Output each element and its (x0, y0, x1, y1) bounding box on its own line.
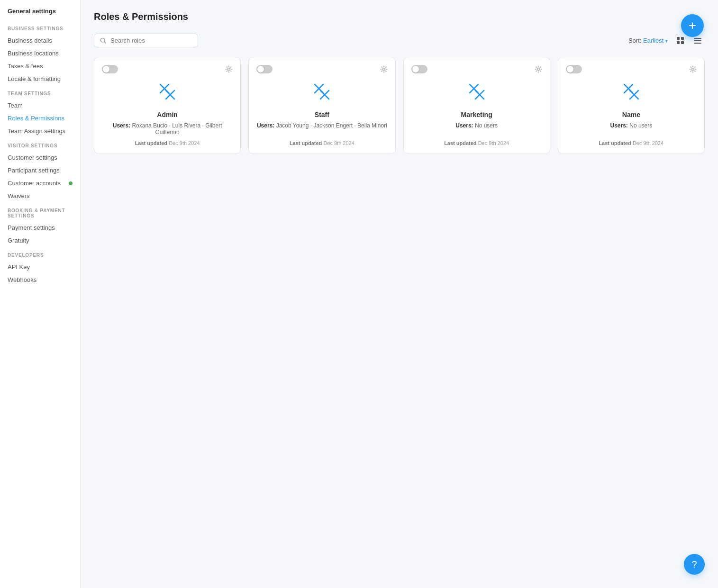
marketing-gear-button[interactable] (535, 65, 542, 73)
staff-name: Staff (315, 111, 329, 118)
svg-line-1 (104, 42, 106, 44)
customer-accounts-label: Customer accounts (8, 180, 61, 187)
section-label-team: Team Settings (0, 85, 80, 99)
sidebar-item-waivers[interactable]: Waivers (0, 190, 80, 202)
add-role-button[interactable]: + (681, 14, 704, 37)
toolbar: Sort: Earliest ▾ (94, 34, 705, 47)
sidebar-item-customer-accounts[interactable]: Customer accounts (0, 177, 80, 190)
staff-toggle[interactable] (256, 65, 273, 73)
sort-label: Sort: Earliest ▾ (628, 37, 668, 44)
admin-icon (155, 81, 179, 106)
sort-value[interactable]: Earliest (643, 37, 663, 44)
card-top-row (256, 65, 387, 73)
card-top-row (102, 65, 233, 73)
section-label-visitor: Visitor Settings (0, 137, 80, 151)
gear-icon (380, 65, 388, 73)
name-role-users: Users: No users (610, 122, 653, 129)
name-role-icon (619, 81, 643, 106)
gear-icon (689, 65, 697, 73)
page-title: Roles & Permissions (94, 11, 705, 22)
svg-rect-4 (677, 41, 680, 44)
sidebar-item-business-locations[interactable]: Business locations (0, 47, 80, 60)
marketing-users: Users: No users (455, 122, 498, 129)
gear-icon (225, 65, 233, 73)
name-toggle[interactable] (566, 65, 582, 73)
search-icon (100, 37, 107, 44)
sidebar-item-taxes-fees[interactable]: Taxes & fees (0, 60, 80, 72)
marketing-toggle[interactable] (411, 65, 427, 73)
name-role-name: Name (622, 111, 640, 118)
marketing-footer: Last updated Dec 9th 2024 (444, 140, 509, 146)
sidebar-item-api-key[interactable]: API Key (0, 261, 80, 273)
svg-point-14 (382, 68, 385, 71)
sidebar-item-customer-settings[interactable]: Customer settings (0, 151, 80, 164)
section-label-booking: Booking & Payment Settings (0, 202, 80, 221)
staff-footer: Last updated Dec 9th 2024 (290, 140, 354, 146)
sidebar-item-team-assign-settings[interactable]: Team Assign settings (0, 125, 80, 137)
sidebar-item-payment-settings[interactable]: Payment settings (0, 221, 80, 234)
question-icon: ? (691, 559, 697, 570)
sidebar-item-business-details[interactable]: Business details (0, 34, 80, 47)
svg-rect-3 (681, 37, 684, 40)
sidebar-title: General settings (0, 8, 80, 20)
toggle-knob (567, 66, 573, 72)
admin-users: Users: Roxana Bucio · Luis Rivera · Gilb… (102, 122, 233, 136)
name-role-footer: Last updated Dec 9th 2024 (599, 140, 663, 146)
gear-icon (535, 65, 542, 73)
admin-toggle[interactable] (102, 65, 118, 73)
svg-point-9 (228, 68, 230, 71)
svg-point-24 (692, 68, 694, 71)
staff-icon (310, 81, 334, 106)
section-label-developers: Developers (0, 247, 80, 261)
role-card-name: Name Users: No users Last updated Dec 9t… (558, 57, 705, 154)
admin-name: Admin (157, 111, 178, 118)
role-card-marketing: Marketing Users: No users Last updated D… (403, 57, 550, 154)
notification-dot (69, 181, 73, 185)
toggle-knob (412, 66, 419, 72)
grid-view-button[interactable] (673, 35, 688, 47)
sidebar-item-participant-settings[interactable]: Participant settings (0, 164, 80, 177)
name-gear-button[interactable] (689, 65, 697, 73)
sidebar-item-gratuity[interactable]: Gratuity (0, 234, 80, 247)
chevron-down-icon: ▾ (665, 38, 668, 44)
svg-rect-2 (677, 37, 680, 40)
plus-icon: + (689, 18, 696, 33)
toggle-knob (103, 66, 109, 72)
staff-gear-button[interactable] (380, 65, 388, 73)
sidebar-item-webhooks[interactable]: Webhooks (0, 273, 80, 286)
marketing-icon (465, 81, 489, 106)
marketing-name: Marketing (461, 111, 492, 118)
staff-users: Users: Jacob Young · Jackson Engert · Be… (257, 122, 387, 129)
admin-gear-button[interactable] (225, 65, 233, 73)
list-icon (693, 36, 702, 45)
svg-point-19 (537, 68, 539, 71)
help-button[interactable]: ? (684, 554, 705, 575)
role-card-staff: Staff Users: Jacob Young · Jackson Enger… (248, 57, 395, 154)
roles-grid: Admin Users: Roxana Bucio · Luis Rivera … (94, 57, 705, 154)
sidebar-item-roles-permissions[interactable]: Roles & Permissions (0, 112, 80, 125)
grid-icon (676, 36, 685, 45)
toggle-knob (257, 66, 264, 72)
role-card-admin: Admin Users: Roxana Bucio · Luis Rivera … (94, 57, 241, 154)
sidebar-item-locale-formatting[interactable]: Locale & formatting (0, 72, 80, 85)
svg-rect-5 (681, 41, 684, 44)
search-input[interactable] (110, 37, 192, 44)
search-box (94, 34, 198, 47)
main-content: Roles & Permissions Sort: Earliest ▾ (81, 0, 718, 588)
admin-footer: Last updated Dec 9th 2024 (135, 140, 200, 146)
card-top-row (411, 65, 542, 73)
sidebar-item-team[interactable]: Team (0, 99, 80, 112)
sidebar: General settings Business Settings Busin… (0, 0, 81, 588)
card-top-row (566, 65, 697, 73)
section-label-business: Business Settings (0, 20, 80, 34)
